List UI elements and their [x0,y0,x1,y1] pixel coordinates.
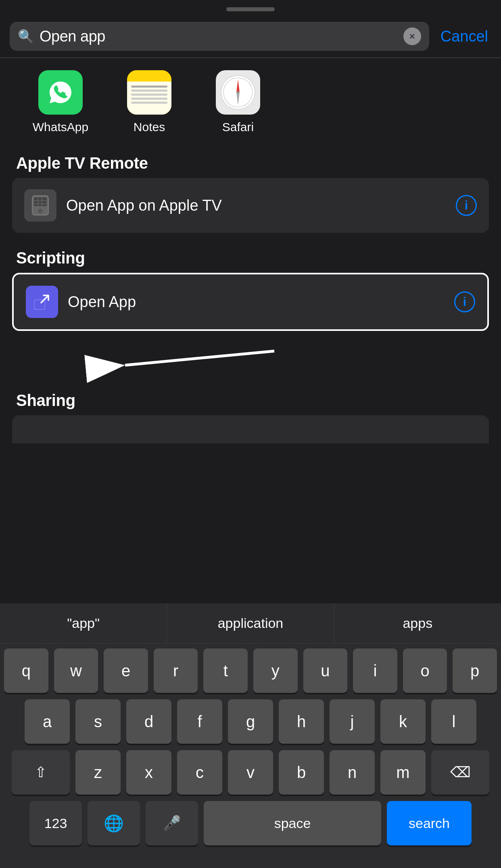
section-heading-scripting: Scripting [0,241,501,273]
key-p[interactable]: p [453,648,497,693]
key-c[interactable]: c [177,750,222,795]
key-w[interactable]: w [54,648,98,693]
sharing-row-partial [12,415,489,443]
key-s[interactable]: s [75,699,121,744]
globe-key[interactable]: 🌐 [88,801,140,845]
key-row-2: a s d f g h j k l [4,699,497,744]
predictive-item-app[interactable]: "app" [0,603,167,643]
search-input[interactable]: Open app [40,28,398,45]
key-r[interactable]: r [154,648,198,693]
key-o[interactable]: o [403,648,447,693]
notes-label: Notes [134,120,165,134]
predictive-bar: "app" application apps [0,603,501,644]
key-d[interactable]: d [126,699,171,744]
space-key[interactable]: space [204,801,381,845]
keyboard-area: "app" application apps q w e r t y u i o… [0,603,501,868]
key-f[interactable]: f [177,699,222,744]
key-i[interactable]: i [353,648,397,693]
whatsapp-label: WhatsApp [33,120,88,134]
svg-rect-9 [34,197,47,206]
cancel-button[interactable]: Cancel [437,28,491,45]
notes-icon [127,70,171,115]
key-m[interactable]: m [380,750,426,795]
app-suggestion-notes[interactable]: Notes [105,70,194,134]
svg-point-14 [38,209,43,213]
action-row-open-app[interactable]: Open App i [12,273,489,331]
key-l[interactable]: l [431,699,476,744]
key-n[interactable]: n [330,750,375,795]
key-x[interactable]: x [126,750,171,795]
key-z[interactable]: z [75,750,121,795]
app-suggestions-row: WhatsApp Notes [0,58,501,146]
key-row-4: 123 🌐 🎤 space search [4,801,497,845]
info-button-open-app[interactable]: i [454,291,475,312]
appletv-icon [24,189,56,222]
search-bar-area: 🔍 Open app × Cancel [0,15,501,57]
key-j[interactable]: j [330,699,375,744]
key-v[interactable]: v [228,750,273,795]
safari-label: Safari [222,120,254,134]
key-g[interactable]: g [228,699,273,744]
key-y[interactable]: y [253,648,298,693]
arrow-annotation-container [0,335,501,383]
key-b[interactable]: b [279,750,324,795]
action-label-open-app-apple-tv: Open App on Apple TV [66,197,446,214]
info-button-appletv[interactable]: i [456,195,477,216]
key-a[interactable]: a [25,699,70,744]
app-suggestion-safari[interactable]: Safari [194,70,282,134]
app-suggestion-whatsapp[interactable]: WhatsApp [16,70,105,134]
section-heading-sharing: Sharing [0,383,501,415]
section-heading-appletv: Apple TV Remote [0,146,501,178]
clear-button[interactable]: × [403,27,421,45]
key-e[interactable]: e [104,648,148,693]
key-q[interactable]: q [4,648,48,693]
delete-key[interactable]: ⌫ [431,750,489,795]
shift-key[interactable]: ⇧ [12,750,70,795]
mic-key[interactable]: 🎤 [146,801,198,845]
predictive-item-application[interactable]: application [167,603,334,643]
key-row-1: q w e r t y u i o p [4,648,497,693]
keyboard-rows: q w e r t y u i o p a s d f g h j k l ⇧ … [0,644,501,868]
whatsapp-icon [38,70,83,115]
key-k[interactable]: k [380,699,426,744]
number-key[interactable]: 123 [29,801,82,845]
arrow-svg [0,335,501,383]
key-h[interactable]: h [279,699,324,744]
top-handle [226,7,275,11]
svg-line-19 [125,351,274,365]
search-key[interactable]: search [387,801,472,845]
key-u[interactable]: u [303,648,348,693]
openapp-icon [26,286,58,318]
search-bar[interactable]: 🔍 Open app × [10,22,429,51]
action-label-open-app: Open App [68,293,445,311]
safari-icon [216,70,260,115]
action-row-open-app-apple-tv[interactable]: Open App on Apple TV i [12,178,489,233]
key-t[interactable]: t [203,648,248,693]
predictive-item-apps[interactable]: apps [334,603,501,643]
key-row-3: ⇧ z x c v b n m ⌫ [4,750,497,795]
svg-point-7 [237,91,239,94]
search-icon: 🔍 [18,29,34,44]
